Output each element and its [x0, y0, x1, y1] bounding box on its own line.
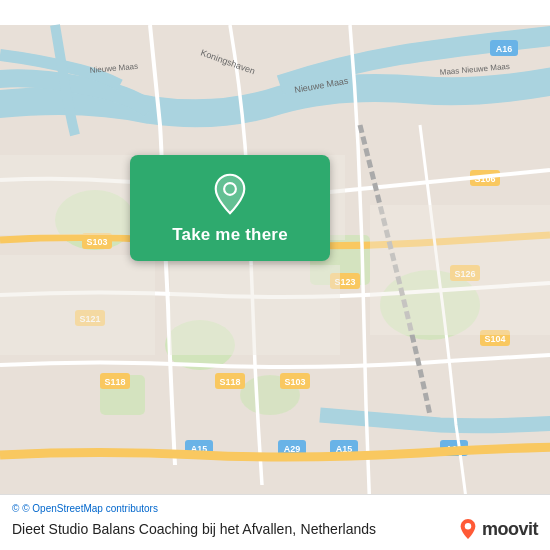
copyright-symbol: ©: [12, 503, 19, 514]
svg-text:S103: S103: [86, 237, 107, 247]
location-row: Dieet Studio Balans Coaching bij het Afv…: [12, 518, 538, 540]
svg-text:S104: S104: [484, 334, 505, 344]
location-info: Dieet Studio Balans Coaching bij het Afv…: [12, 520, 376, 538]
map-background: S103 S103 S120 S121 S118 S118 S106 S126 …: [0, 0, 550, 550]
copyright-text: © © OpenStreetMap contributors: [12, 503, 538, 514]
svg-rect-44: [0, 255, 155, 355]
svg-point-49: [465, 523, 471, 529]
take-me-there-button[interactable]: Take me there: [130, 155, 330, 261]
svg-rect-46: [370, 205, 550, 335]
moovit-logo: moovit: [458, 518, 538, 540]
svg-rect-45: [170, 265, 340, 355]
svg-text:A16: A16: [496, 44, 513, 54]
info-bar: © © OpenStreetMap contributors Dieet Stu…: [0, 494, 550, 550]
moovit-pin-icon: [458, 518, 478, 540]
map-container: S103 S103 S120 S121 S118 S118 S106 S126 …: [0, 0, 550, 550]
country-name: Netherlands: [301, 521, 377, 537]
svg-text:S103: S103: [284, 377, 305, 387]
location-name: Dieet Studio Balans Coaching bij het Afv…: [12, 521, 296, 537]
openstreetmap-link[interactable]: © OpenStreetMap contributors: [22, 503, 158, 514]
button-label: Take me there: [172, 225, 288, 245]
svg-text:A29: A29: [284, 444, 301, 454]
location-pin-icon: [209, 173, 251, 215]
svg-text:S118: S118: [219, 377, 240, 387]
svg-text:S118: S118: [104, 377, 125, 387]
moovit-brand-text: moovit: [482, 519, 538, 540]
